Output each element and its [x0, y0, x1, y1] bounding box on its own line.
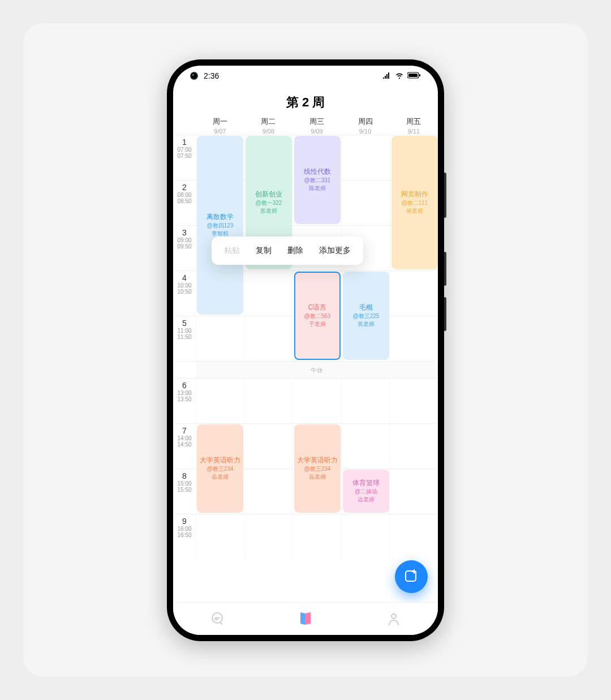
day-col: 周三9/09: [292, 117, 341, 135]
plus-icon: [404, 569, 419, 584]
course-maogai[interactable]: 毛概@教三225英老师: [343, 272, 389, 360]
break-row: 午休: [196, 361, 438, 378]
book-icon: [297, 610, 314, 627]
course-linear[interactable]: 线性代数@教二331陈老师: [294, 136, 341, 224]
course-clang[interactable]: C语言@教二563于老师: [294, 272, 341, 360]
nav-profile[interactable]: [350, 603, 438, 635]
context-menu: 粘贴 复制 删除 添加更多: [212, 237, 363, 265]
course-discrete[interactable]: 离散数学@教四123李智权: [197, 136, 243, 315]
camera-hole: [190, 72, 198, 80]
time-slot: 613:0013:50: [173, 378, 196, 423]
battery-icon: [407, 71, 421, 80]
break-slot: [173, 361, 196, 378]
day-col: 周一9/07: [196, 117, 244, 135]
page-title: 第 2 周: [173, 86, 438, 117]
day-col: 周二9/08: [244, 117, 293, 135]
menu-more[interactable]: 添加更多: [311, 237, 359, 265]
course-web[interactable]: 网页制作@教二111候老师: [391, 136, 438, 269]
status-time: 2:36: [204, 71, 219, 80]
course-eng2[interactable]: 大学英语听力@教三234岳老师: [294, 424, 341, 513]
nav-chat[interactable]: [173, 603, 261, 635]
time-slot: 714:0014:50: [173, 423, 196, 469]
bottom-nav: [173, 602, 438, 635]
time-slot: 916:0016:50: [173, 514, 196, 559]
svg-rect-2: [419, 74, 420, 76]
course-eng1[interactable]: 大学英语听力@教三234岳老师: [197, 424, 243, 513]
svg-point-5: [391, 614, 396, 619]
day-col: 周四9/10: [341, 117, 390, 135]
menu-copy[interactable]: 复制: [248, 237, 279, 265]
time-slot: 410:0010:50: [173, 270, 196, 316]
time-slot: 107:0007:50: [173, 135, 196, 180]
chat-icon: [210, 611, 225, 626]
menu-delete[interactable]: 删除: [279, 237, 311, 265]
add-button[interactable]: [395, 560, 428, 593]
course-pe[interactable]: 体育篮球@二操场达老师: [343, 470, 389, 513]
wifi-icon: [395, 71, 404, 80]
signal-icon: [382, 71, 391, 80]
status-bar: 2:36: [173, 66, 438, 86]
time-slot: 208:0008:50: [173, 180, 196, 225]
svg-rect-1: [408, 74, 418, 77]
time-slot: 511:0011:50: [173, 316, 196, 361]
day-header: 周一9/07 周二9/08 周三9/09 周四9/10 周五9/11: [173, 117, 438, 135]
time-slot: 309:0009:50: [173, 225, 196, 270]
nav-schedule[interactable]: [261, 603, 350, 635]
user-icon: [386, 611, 401, 626]
time-slot: 815:0015:50: [173, 469, 196, 514]
menu-paste[interactable]: 粘贴: [216, 237, 248, 265]
day-col: 周五9/11: [389, 117, 438, 135]
